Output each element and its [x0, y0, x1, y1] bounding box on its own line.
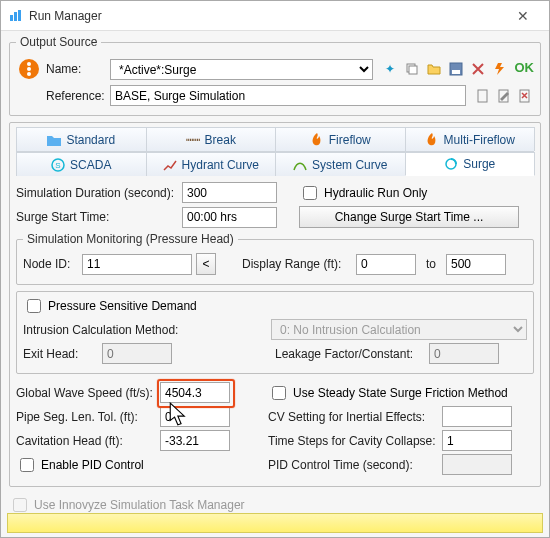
svg-rect-10 — [452, 70, 460, 74]
run-icon[interactable] — [491, 60, 509, 78]
close-button[interactable]: ✕ — [503, 2, 543, 30]
window-title: Run Manager — [29, 9, 503, 23]
surge-icon — [444, 157, 458, 171]
output-source-legend: Output Source — [16, 35, 101, 49]
cav-head-input[interactable] — [160, 430, 230, 451]
tab-row-2: SSCADA Hydrant Curve System Curve Surge — [16, 152, 534, 176]
tab-multi-fireflow[interactable]: Multi-Fireflow — [405, 127, 536, 151]
time-steps-input[interactable] — [442, 430, 512, 451]
sim-monitoring-group: Simulation Monitoring (Pressure Head) No… — [16, 232, 534, 285]
hydrant-curve-icon — [163, 158, 177, 172]
display-range-label: Display Range (ft): — [242, 257, 352, 271]
steady-state-checkbox[interactable]: Use Steady State Surge Friction Method — [268, 383, 508, 403]
reference-input[interactable] — [110, 85, 466, 106]
change-surge-start-button[interactable]: Change Surge Start Time ... — [299, 206, 519, 228]
svg-rect-1 — [14, 12, 17, 21]
tab-break[interactable]: ┉┉Break — [146, 127, 277, 151]
svg-rect-0 — [10, 15, 13, 21]
pipe-seg-input[interactable] — [160, 406, 230, 427]
tab-hydrant-curve[interactable]: Hydrant Curve — [146, 152, 277, 176]
tab-row-1: Standard ┉┉Break Fireflow Multi-Fireflow — [16, 127, 534, 152]
status-bar — [7, 513, 543, 533]
surge-start-input[interactable] — [182, 207, 277, 228]
leakage-label: Leakage Factor/Constant: — [275, 347, 425, 361]
traffic-light-icon — [16, 56, 42, 82]
time-steps-label: Time Steps for Cavity Collapse: — [268, 434, 438, 448]
svg-text:S: S — [55, 161, 60, 170]
display-range-from-input[interactable] — [356, 254, 416, 275]
icm-label: Intrusion Calculation Method: — [23, 323, 183, 337]
app-icon — [7, 8, 23, 24]
exit-head-input — [102, 343, 172, 364]
tab-surge[interactable]: Surge — [405, 152, 536, 176]
pipe-seg-label: Pipe Seg. Len. Tol. (ft): — [16, 410, 156, 424]
svg-rect-11 — [478, 90, 487, 102]
innovyze-checkbox[interactable]: Use Innovyze Simulation Task Manager — [9, 495, 245, 515]
cav-head-label: Cavitation Head (ft): — [16, 434, 156, 448]
system-curve-icon — [293, 158, 307, 172]
name-label: Name: — [46, 62, 106, 76]
svg-rect-2 — [18, 10, 21, 21]
scada-icon: S — [51, 158, 65, 172]
display-range-to-label: to — [420, 257, 442, 271]
folder-icon — [47, 133, 61, 147]
fire-icon — [310, 133, 324, 147]
name-select[interactable]: *Active*:Surge — [110, 59, 373, 80]
break-icon: ┉┉ — [186, 133, 200, 147]
multi-fire-icon — [425, 133, 439, 147]
svg-point-5 — [27, 67, 31, 71]
titlebar: Run Manager ✕ — [1, 1, 549, 31]
surge-start-label: Surge Start Time: — [16, 210, 178, 224]
svg-rect-8 — [409, 66, 417, 74]
edit-doc-icon[interactable] — [495, 87, 513, 105]
gws-label: Global Wave Speed (ft/s): — [16, 386, 156, 400]
sim-monitoring-legend: Simulation Monitoring (Pressure Head) — [23, 232, 238, 246]
ok-label: OK — [515, 60, 535, 78]
exit-head-label: Exit Head: — [23, 347, 98, 361]
node-id-lookup-button[interactable]: < — [196, 253, 216, 275]
new-doc-icon[interactable] — [474, 87, 492, 105]
leakage-input — [429, 343, 499, 364]
svg-point-4 — [27, 62, 31, 66]
psd-group: Pressure Sensitive Demand Intrusion Calc… — [16, 291, 534, 374]
sim-duration-label: Simulation Duration (second): — [16, 186, 178, 200]
pid-time-label: PID Control Time (second): — [268, 458, 438, 472]
tab-scada[interactable]: SSCADA — [16, 152, 147, 176]
hydraulic-run-only-checkbox[interactable]: Hydraulic Run Only — [299, 183, 427, 203]
icm-select: 0: No Intrusion Calculation — [271, 319, 527, 340]
save-icon[interactable] — [447, 60, 465, 78]
display-range-to-input[interactable] — [446, 254, 506, 275]
open-icon[interactable] — [425, 60, 443, 78]
gws-input[interactable] — [160, 382, 230, 403]
tab-standard[interactable]: Standard — [16, 127, 147, 151]
psd-checkbox[interactable]: Pressure Sensitive Demand — [23, 296, 197, 316]
surge-tab-panel: Standard ┉┉Break Fireflow Multi-Fireflow… — [9, 122, 541, 487]
pid-time-input — [442, 454, 512, 475]
node-id-label: Node ID: — [23, 257, 78, 271]
copy-icon[interactable] — [403, 60, 421, 78]
sim-duration-input[interactable] — [182, 182, 277, 203]
remove-doc-icon[interactable] — [516, 87, 534, 105]
delete-icon[interactable] — [469, 60, 487, 78]
tab-fireflow[interactable]: Fireflow — [275, 127, 406, 151]
output-source-group: Output Source Name: *Active*:Surge ✦ — [9, 35, 541, 116]
cv-setting-input[interactable] — [442, 406, 512, 427]
svg-point-6 — [27, 72, 31, 76]
wand-icon[interactable]: ✦ — [381, 60, 399, 78]
node-id-input[interactable] — [82, 254, 192, 275]
tab-system-curve[interactable]: System Curve — [275, 152, 406, 176]
cv-setting-label: CV Setting for Inertial Effects: — [268, 410, 438, 424]
enable-pid-checkbox[interactable]: Enable PID Control — [16, 455, 230, 475]
reference-label: Reference: — [46, 89, 106, 103]
